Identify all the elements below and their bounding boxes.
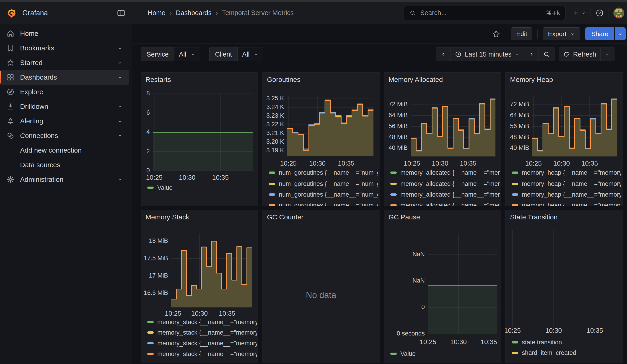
edit-button[interactable]: Edit bbox=[511, 27, 532, 40]
zoom-out-icon bbox=[543, 51, 550, 58]
legend-item[interactable]: memory_heap {__name__="memory_h bbox=[512, 201, 621, 206]
legend-item[interactable]: memory_allocated {__name__="memo bbox=[390, 180, 500, 188]
sidebar-item-explore[interactable]: Explore bbox=[0, 85, 129, 99]
svg-text:56 MiB: 56 MiB bbox=[388, 123, 408, 130]
legend-item[interactable]: memory_stack {__name__="memory_s bbox=[147, 318, 257, 326]
legend-item[interactable]: num_goroutines {__name__="num_go bbox=[269, 201, 378, 206]
sidebar-item-starred[interactable]: Starred bbox=[0, 55, 129, 70]
svg-text:0 seconds: 0 seconds bbox=[397, 330, 425, 337]
sidebar-item-label: Explore bbox=[20, 88, 43, 96]
avatar[interactable] bbox=[613, 7, 624, 18]
legend-item[interactable]: num_goroutines {__name__="num_go bbox=[269, 168, 378, 177]
legend-color-orange bbox=[269, 204, 275, 206]
brand-title: Grafana bbox=[22, 9, 48, 17]
time-shift-forward-button[interactable] bbox=[524, 48, 538, 61]
legend-item[interactable]: Value bbox=[147, 184, 257, 192]
time-range-picker[interactable]: Last 15 minutes bbox=[451, 48, 524, 61]
share-dropdown-button[interactable] bbox=[615, 27, 626, 40]
sidebar-item-connections[interactable]: Connections bbox=[0, 128, 129, 143]
legend-color-green bbox=[512, 341, 518, 343]
search-input[interactable] bbox=[420, 9, 542, 17]
favorite-star-button[interactable] bbox=[492, 29, 501, 39]
legend-item[interactable]: memory_allocated {__name__="memo bbox=[390, 190, 500, 199]
legend-item[interactable]: shard_item_created bbox=[512, 349, 621, 357]
svg-text:NaN: NaN bbox=[413, 277, 425, 284]
chart-gc_pause: NaNNaN00 seconds10:2510:3010:35 bbox=[384, 210, 501, 363]
dock-sidebar-toggle[interactable] bbox=[116, 8, 126, 18]
svg-text:3.21 K: 3.21 K bbox=[266, 130, 284, 136]
legend-item[interactable]: memory_stack {__name__="memory_s bbox=[147, 350, 257, 358]
dashboards-icon bbox=[6, 73, 15, 81]
chevron-down-icon bbox=[117, 60, 123, 66]
svg-text:?: ? bbox=[598, 11, 601, 15]
legend-item[interactable]: state transition bbox=[512, 338, 621, 346]
legend-item[interactable]: memory_stack {__name__="memory_s bbox=[147, 339, 257, 347]
help-button[interactable]: ? bbox=[595, 9, 604, 17]
grafana-logo[interactable] bbox=[6, 8, 17, 18]
breadcrumb-home[interactable]: Home bbox=[148, 9, 165, 17]
time-shift-back-button[interactable] bbox=[436, 48, 451, 61]
legend-item[interactable]: num_goroutines {__name__="num_go bbox=[269, 180, 378, 188]
service-value-dropdown[interactable]: All bbox=[174, 48, 200, 61]
svg-text:17.5 MiB: 17.5 MiB bbox=[144, 255, 168, 261]
home-icon bbox=[6, 29, 15, 38]
sidebar-item-label: Drilldown bbox=[20, 103, 48, 110]
sidebar-item-alerting[interactable]: Alerting bbox=[0, 114, 129, 128]
sidebar-item-dashboards[interactable]: Dashboards bbox=[0, 70, 129, 85]
breadcrumb-dashboards[interactable]: Dashboards bbox=[176, 9, 211, 17]
legend-item[interactable]: num_goroutines {__name__="num_go bbox=[269, 190, 378, 199]
panel-title[interactable]: GC Counter bbox=[267, 213, 380, 221]
legend-item[interactable]: memory_allocated {__name__="memo bbox=[390, 168, 500, 177]
chevron-down-icon bbox=[117, 45, 123, 51]
svg-text:3.19 K: 3.19 K bbox=[266, 147, 284, 154]
sidebar-item-drilldown[interactable]: Drilldown bbox=[0, 99, 129, 114]
legend-item[interactable]: memory_heap {__name__="memory_h bbox=[512, 168, 621, 177]
time-controls: Last 15 minutes Refresh bbox=[436, 47, 615, 61]
panel-title[interactable]: Memory Allocated bbox=[388, 76, 501, 84]
zoom-out-button[interactable] bbox=[538, 48, 554, 61]
divider bbox=[590, 8, 591, 18]
search-box[interactable]: ⌘+k bbox=[404, 6, 566, 20]
refresh-interval-dropdown[interactable] bbox=[600, 48, 614, 61]
client-value-dropdown[interactable]: All bbox=[237, 48, 263, 61]
sidebar-item-bookmarks[interactable]: Bookmarks bbox=[0, 41, 129, 55]
chevron-right-icon bbox=[528, 51, 534, 57]
legend-label: memory_allocated {__name__="memo bbox=[400, 202, 500, 206]
search-icon bbox=[409, 9, 416, 16]
sidebar-item-home[interactable]: Home bbox=[0, 26, 129, 41]
sidebar-item-data-sources[interactable]: Data sources bbox=[0, 157, 129, 172]
svg-text:3.20 K: 3.20 K bbox=[266, 138, 284, 145]
svg-text:10:30: 10:30 bbox=[309, 160, 326, 167]
legend-color-yellow bbox=[512, 183, 518, 185]
export-button[interactable]: Export bbox=[543, 27, 580, 40]
time-range-label: Last 15 minutes bbox=[465, 51, 512, 58]
panel-title[interactable]: Memory Heap bbox=[510, 76, 623, 84]
svg-text:72 MiB: 72 MiB bbox=[510, 101, 529, 108]
refresh-button[interactable]: Refresh bbox=[559, 48, 600, 61]
legend-item[interactable]: memory_allocated {__name__="memo bbox=[390, 201, 500, 206]
svg-text:10:30: 10:30 bbox=[545, 327, 562, 334]
panel-title[interactable]: GC Pause bbox=[388, 213, 501, 221]
add-new-button[interactable] bbox=[572, 9, 586, 17]
legend-item[interactable]: memory_heap {__name__="memory_h bbox=[512, 190, 621, 199]
drilldown-icon bbox=[6, 103, 15, 111]
legend-item[interactable]: memory_stack {__name__="memory_s bbox=[147, 328, 257, 337]
svg-text:10:30: 10:30 bbox=[432, 160, 448, 167]
sidebar-item-administration[interactable]: Administration bbox=[0, 172, 129, 187]
svg-text:10:25: 10:25 bbox=[506, 327, 521, 334]
legend-label: memory_heap {__name__="memory_h bbox=[522, 202, 621, 206]
share-button[interactable]: Share bbox=[585, 27, 614, 40]
sidebar-item-add-new-connection[interactable]: Add new connection bbox=[0, 143, 129, 157]
legend-label: Value bbox=[157, 184, 173, 191]
legend-color-green bbox=[390, 171, 397, 174]
panel-title[interactable]: Goroutines bbox=[267, 76, 380, 84]
panel-title[interactable]: Memory Stack bbox=[146, 213, 258, 221]
panel-title[interactable]: Restarts bbox=[146, 76, 258, 84]
legend-item[interactable]: Value bbox=[390, 350, 500, 358]
legend-item[interactable]: memory_heap {__name__="memory_h bbox=[512, 180, 621, 188]
breadcrumb: Home › Dashboards › Temporal Server Metr… bbox=[132, 9, 294, 17]
panel-title[interactable]: State Transition bbox=[510, 213, 623, 221]
top-navigation-bar: Grafana Home › Dashboards › Temporal Ser… bbox=[0, 2, 627, 24]
divider bbox=[609, 8, 609, 18]
bell-icon bbox=[6, 117, 15, 125]
